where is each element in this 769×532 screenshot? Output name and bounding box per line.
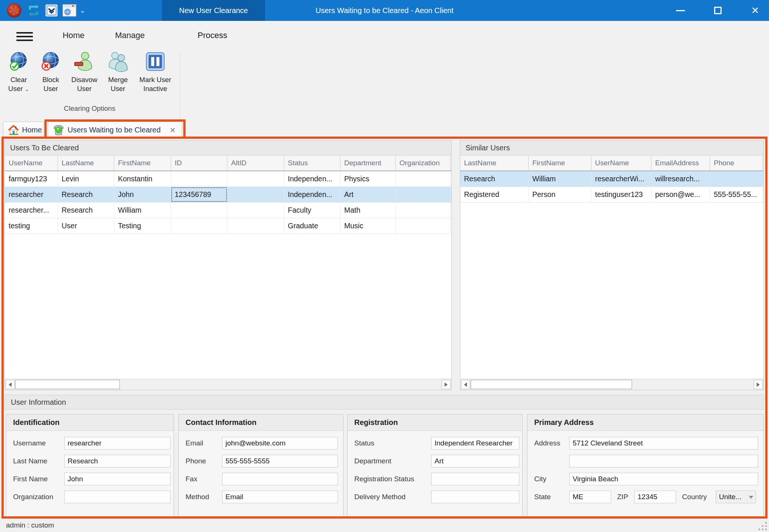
grid-cell[interactable]: person@we... [651,187,710,202]
scroll-right-icon[interactable] [442,380,451,389]
block-user-button[interactable]: Block User [36,51,66,93]
lastname-field[interactable]: Research [64,455,171,467]
scroll-left-icon[interactable] [461,380,470,389]
table-row[interactable]: ResearchWilliamresearcherWi...willresear… [460,171,763,187]
zip-field[interactable]: 12345 [634,491,676,503]
department-field[interactable]: Art [431,455,519,467]
tab-close-icon[interactable]: ✕ [169,126,176,135]
column-header-username[interactable]: UserName [5,156,58,170]
delivery-method-field[interactable] [431,491,519,503]
column-header-firstname[interactable]: FirstName [114,156,171,170]
grid-cell[interactable] [171,203,227,218]
grid-cell[interactable]: Konstantin [114,171,171,187]
grid-cell[interactable]: Person [529,187,591,202]
grid-cell[interactable]: Faculty [284,203,340,218]
grid-cell[interactable]: John [114,187,171,202]
grid-cell[interactable]: 123456789 [171,187,227,202]
organization-field[interactable] [64,491,171,503]
table-row[interactable]: RegisteredPersontestinguser123person@we.… [460,187,763,203]
grid-cell[interactable]: Registered [460,187,529,202]
city-field[interactable]: Virginia Beach [569,473,758,485]
similar-grid-hscrollbar[interactable] [460,379,763,390]
doc-tab-users-waiting[interactable]: Users Waiting to be Cleared ✕ [48,122,182,138]
ribbon-tab-process[interactable]: Process [174,28,251,48]
username-field[interactable]: researcher [64,437,171,450]
column-header-id[interactable]: ID [171,156,227,170]
grid-cell[interactable]: Independen... [284,187,340,202]
registration-status-field[interactable] [431,473,519,485]
scrollbar-thumb[interactable] [15,380,120,389]
merge-user-button[interactable]: Merge User [103,51,133,93]
grid-cell[interactable]: Independen... [284,171,340,187]
state-field[interactable]: ME [569,491,611,503]
grid-cell[interactable] [396,171,451,187]
grid-cell[interactable] [227,218,284,234]
status-field[interactable]: Independent Researcher [431,437,519,450]
grid-cell[interactable]: William [114,203,171,218]
grid-cell[interactable]: Art [340,187,396,202]
grid-cell[interactable]: Testing [114,218,171,234]
grid-cell[interactable]: researcher... [5,203,58,218]
column-header-phone[interactable]: Phone [710,156,763,170]
grid-cell[interactable] [396,203,451,218]
grid-cell[interactable]: testing [5,218,58,234]
grid-cell[interactable] [227,203,284,218]
grid-cell[interactable]: Research [460,171,529,187]
country-dropdown[interactable]: Unite... [716,491,756,503]
ribbon-tab-home[interactable]: Home [51,28,96,48]
scroll-right-icon[interactable] [754,380,763,389]
address-line1-field[interactable]: 5712 Cleveland Street [569,437,758,450]
grid-cell[interactable]: William [529,171,591,187]
grid-cell[interactable]: 555-555-55... [710,187,763,202]
ribbon-tab-manage[interactable]: Manage [106,28,153,48]
grid-cell[interactable] [171,171,227,187]
column-header-emailaddress[interactable]: EmailAddress [651,156,710,170]
window-form-icon[interactable] [62,3,77,18]
fax-field[interactable] [222,473,338,485]
close-button[interactable]: ✕ [743,0,768,21]
grid-cell[interactable]: willresearch... [651,171,710,187]
grid-cell[interactable] [171,218,227,234]
clear-user-button[interactable]: Clear User ⌄ [3,51,34,94]
sync-arrows-icon[interactable] [26,3,41,18]
grid-cell[interactable]: User [58,218,114,234]
grid-cell[interactable]: researcherWi... [591,171,651,187]
form-check-icon[interactable] [44,3,59,18]
grid-cell[interactable] [396,218,451,234]
grid-cell[interactable]: Research [58,203,114,218]
grid-cell[interactable]: Graduate [284,218,340,234]
grid-cell[interactable] [227,187,284,202]
column-header-lastname[interactable]: LastName [460,156,529,170]
column-header-status[interactable]: Status [284,156,340,170]
email-field[interactable]: john@website.com [222,437,338,450]
resize-grip[interactable] [757,521,767,530]
minimize-button[interactable] [668,0,693,21]
grid-cell[interactable]: Math [340,203,396,218]
maximize-button[interactable] [706,0,730,21]
app-logo-icon[interactable] [7,3,22,18]
column-header-altid[interactable]: AltID [227,156,284,170]
grid-cell[interactable] [710,171,763,187]
table-row[interactable]: researcher...ResearchWilliamFacultyMath [5,203,451,218]
scroll-left-icon[interactable] [6,380,15,389]
column-header-organization[interactable]: Organization [396,156,451,170]
grid-cell[interactable]: researcher [5,187,58,202]
hamburger-menu-icon[interactable] [16,32,33,42]
grid-cell[interactable]: Levin [58,171,114,187]
scrollbar-thumb[interactable] [471,380,632,389]
column-header-lastname[interactable]: LastName [58,156,114,170]
grid-cell[interactable] [396,187,451,202]
quick-access-doc-tab[interactable]: New User Clearance [162,0,265,21]
grid-cell[interactable]: Music [340,218,396,234]
table-row[interactable]: farmguy123LevinKonstantinIndependen...Ph… [5,171,451,187]
mark-user-inactive-button[interactable]: Mark User Inactive [134,51,176,93]
doc-tab-home[interactable]: Home [3,122,44,138]
table-row[interactable]: researcherResearchJohn123456789Independe… [5,187,451,203]
address-line2-field[interactable] [569,455,758,467]
table-row[interactable]: testingUserTestingGraduateMusic [5,218,451,234]
disavow-user-button[interactable]: Disavow User [67,51,102,93]
grid-cell[interactable]: farmguy123 [5,171,58,187]
grid-cell[interactable]: testinguser123 [591,187,651,202]
grid-cell[interactable] [227,171,284,187]
chevron-down-icon[interactable]: ⌄ [78,3,87,18]
